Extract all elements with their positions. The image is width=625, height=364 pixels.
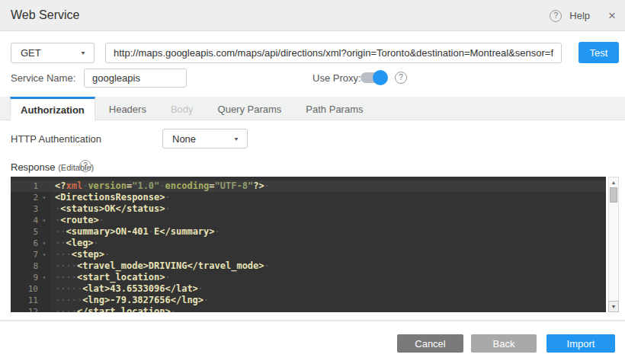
fold-icon[interactable]: ▾	[38, 272, 50, 283]
line-number: 2	[11, 192, 38, 203]
toggle-knob	[373, 70, 388, 85]
scroll-up-icon[interactable]: ▲	[609, 178, 618, 187]
fold-spacer	[38, 283, 50, 295]
method-select[interactable]: GET ▼	[11, 43, 95, 63]
fold-spacer	[38, 203, 50, 215]
scroll-down-icon[interactable]: ▼	[608, 301, 619, 312]
page-title: Web Service	[11, 8, 79, 22]
code-line: 8····<travel_mode>DRIVING</travel_mode>·	[11, 260, 606, 272]
code-line: 2▾<DirectionsResponse>·	[11, 192, 606, 203]
service-name-label: Service Name:	[11, 72, 75, 84]
fold-icon[interactable]: ▾	[38, 215, 50, 226]
url-input[interactable]	[105, 43, 562, 63]
line-number: 1	[11, 180, 38, 192]
fold-icon[interactable]: ▾	[38, 192, 50, 203]
method-select-value: GET	[11, 47, 80, 59]
proxy-help-icon[interactable]: ?	[395, 72, 407, 84]
web-service-dialog: Web Service ? Help × GET ▼ Test Service …	[0, 0, 625, 364]
fold-spacer	[38, 180, 50, 192]
line-number: 8	[11, 260, 38, 272]
chevron-down-icon: ▼	[80, 49, 94, 56]
code-line: 5··<summary>ON-401·E</summary>·	[11, 226, 606, 238]
footer-divider	[0, 320, 625, 321]
fold-icon[interactable]: ▾	[38, 238, 50, 249]
tab-path-params[interactable]: Path Params	[304, 97, 364, 120]
tab-body: Body	[169, 97, 195, 120]
code-line: 12····</start_location>·	[11, 306, 606, 312]
http-auth-label: HTTP Authentication	[11, 133, 101, 145]
code-line: 1<?xml·version="1.0"·encoding="UTF-8"?>·	[11, 180, 606, 192]
line-number: 5	[11, 226, 38, 238]
cancel-button[interactable]: Cancel	[397, 334, 463, 353]
import-button[interactable]: Import	[546, 334, 615, 353]
fold-spacer	[38, 226, 50, 238]
response-code-editor[interactable]: 1<?xml·version="1.0"·encoding="UTF-8"?>·…	[11, 177, 606, 312]
tab-headers[interactable]: Headers	[107, 97, 148, 120]
code-line: 6▾··<leg>·	[11, 238, 606, 249]
fold-spacer	[38, 295, 50, 306]
line-number: 12	[11, 306, 38, 312]
editor-scrollbar[interactable]: ▲ ▼	[608, 177, 619, 312]
tab-query-params[interactable]: Query Params	[216, 97, 284, 120]
fold-icon[interactable]: ▾	[38, 249, 50, 260]
help-link[interactable]: Help	[569, 10, 590, 21]
code-line: 10·····<lat>43.6533096</lat>·	[11, 283, 606, 295]
tab-authorization[interactable]: Authorization	[10, 97, 95, 121]
code-line: 9▾····<start_location>·	[11, 272, 606, 283]
line-number: 9	[11, 272, 38, 283]
dialog-header: Web Service ? Help ×	[0, 0, 625, 31]
http-auth-select-value: None	[163, 133, 233, 145]
help-icon[interactable]: ?	[550, 10, 562, 22]
code-line: 4▾·<route>·	[11, 215, 606, 226]
close-icon[interactable]: ×	[608, 9, 616, 22]
test-button[interactable]: Test	[579, 42, 619, 63]
response-help-icon[interactable]: ?	[79, 160, 91, 172]
fold-spacer	[38, 306, 50, 312]
fold-spacer	[38, 260, 50, 272]
service-name-input[interactable]	[84, 69, 187, 88]
scrollbar-thumb[interactable]	[610, 187, 617, 203]
line-number: 6	[11, 238, 38, 249]
line-number: 10	[11, 283, 38, 295]
code-line: 11·····<lng>-79.3827656</lng>·	[11, 295, 606, 306]
line-number: 11	[11, 295, 38, 306]
header-actions: ? Help ×	[550, 0, 616, 31]
code-line: 3·<status>OK</status>·	[11, 203, 606, 215]
http-auth-select[interactable]: None ▼	[162, 129, 248, 148]
back-button[interactable]: Back	[471, 334, 537, 353]
line-number: 4	[11, 215, 38, 226]
use-proxy-label: Use Proxy:	[312, 72, 361, 84]
chevron-down-icon: ▼	[233, 136, 247, 142]
tab-bar: Authorization Headers Body Query Params …	[0, 97, 625, 120]
line-number: 7	[11, 249, 38, 260]
line-number: 3	[11, 203, 38, 215]
code-line: 7▾···<step>·	[11, 249, 606, 260]
use-proxy-toggle[interactable]	[361, 72, 386, 84]
